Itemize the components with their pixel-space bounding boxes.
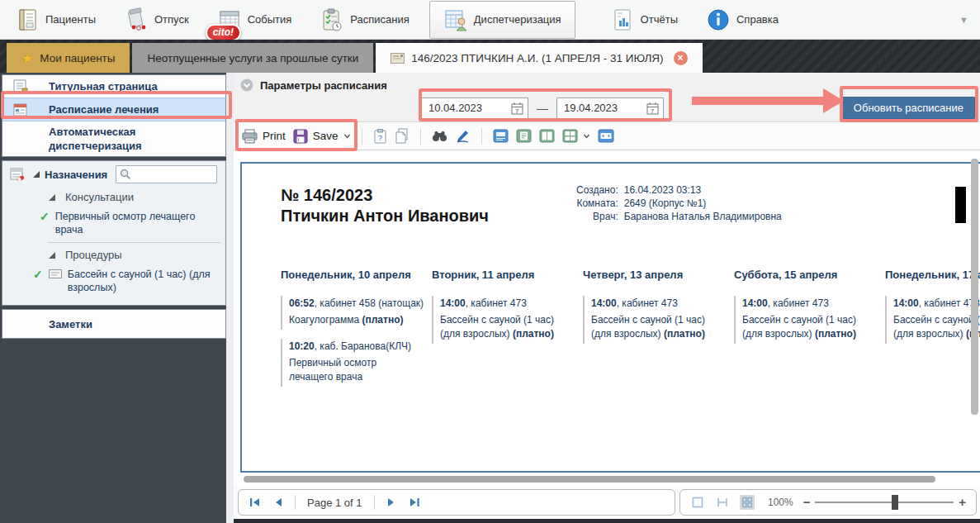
calendar-icon[interactable]: 7 [646, 102, 659, 115]
schedules-clipboard-icon [320, 7, 344, 32]
toolbar-item-schedules[interactable]: Расписания [311, 3, 417, 36]
view-two-pages-button[interactable] [539, 129, 555, 143]
title-page-icon [12, 79, 29, 94]
print-button[interactable]: Print [242, 129, 286, 144]
sidebar-item-title-page[interactable]: Титульная страница [2, 75, 225, 97]
next-page-icon[interactable] [386, 496, 396, 509]
view-fit-width-button[interactable] [715, 495, 730, 510]
params-header: Параметры расписания [234, 73, 980, 92]
scrollbar-thumb[interactable] [971, 159, 978, 415]
schedule-entry: 14:00, кабинет 473Бассейн с сауной (1 ча… [432, 296, 573, 344]
view-single-page-button[interactable] [516, 129, 532, 143]
schedule-entry: 10:20, каб. Баранова(КЛЧ)Первичный осмот… [281, 339, 422, 387]
parameters-button[interactable]: ? [373, 128, 387, 144]
zoom-slider-handle[interactable] [892, 495, 898, 510]
copy-page-button[interactable] [395, 128, 410, 144]
copy-pages-icon [395, 128, 410, 144]
help-info-icon [706, 7, 731, 32]
annotate-button[interactable] [455, 129, 471, 143]
zoom-in-button[interactable]: + [959, 498, 966, 506]
tab-undelivered-services[interactable]: Неотпущенные услуги за прошлые сутки [132, 43, 373, 73]
toolbar-item-help[interactable]: Справка [698, 3, 787, 36]
print-icon [242, 129, 258, 144]
prescriptions-icon [9, 167, 26, 182]
page-indicator: Page 1 of 1 [307, 497, 362, 509]
tree-item-label: Бассейн с сауной (1 час) (для взрослых) [68, 268, 217, 294]
toolbar-item-patients[interactable]: Пациенты [7, 3, 104, 36]
print-label: Print [263, 130, 286, 142]
tree-item-consultation[interactable]: ✓ Первичный осмотр лечащего врача [2, 207, 225, 242]
params-row: 7 — 7 Обновить расписание [234, 92, 980, 119]
meta-row: Врач: Баранова Наталья Владимировна [576, 210, 782, 223]
meta-row: Создано: 16.04.2023 03:13 [576, 183, 782, 197]
search-icon [120, 169, 131, 180]
day-title: Понедельник, 17 апреля [885, 269, 980, 281]
toolbar-item-reports[interactable]: Отчёты [602, 3, 686, 36]
prescriptions-header[interactable]: Назначения [2, 164, 225, 187]
view-page-width-button[interactable] [598, 129, 614, 143]
save-label: Save [313, 130, 339, 142]
expander-icon[interactable] [48, 193, 56, 202]
schedule-day-column: Понедельник, 17 апреля14:00, кабинет 473… [885, 269, 980, 396]
barcode [955, 187, 966, 223]
prescriptions-search [116, 165, 217, 183]
sidebar-item-notes[interactable]: Заметки [2, 310, 225, 338]
horizontal-scrollbar[interactable] [244, 476, 935, 483]
first-page-icon[interactable] [249, 496, 262, 509]
tab-patient-case[interactable]: 146/2023 ПТИЧКИН А.И. (1 АПРЕЛЯ - 31 ИЮЛ… [376, 43, 702, 73]
toolbar-separator [481, 128, 482, 145]
sidebar-item-auto-dispatch[interactable]: Автоматическая диспетчеризация [2, 121, 225, 156]
sidebar-item-treatment-schedule[interactable]: Расписание лечения [2, 97, 225, 121]
meta-value: 2649 (Корпус №1) [624, 197, 782, 210]
search-document-button[interactable] [432, 130, 447, 142]
expander-icon[interactable] [32, 170, 40, 178]
collapse-circle-icon[interactable] [240, 78, 253, 92]
zoom-out-button[interactable]: − [803, 498, 811, 506]
calendar-icon[interactable]: 7 [511, 102, 523, 115]
toolbar-item-label: Расписания [350, 13, 409, 26]
toolbar-item-events[interactable]: События cito! [209, 3, 301, 36]
zoom-controls: 100% − + [679, 489, 977, 516]
preview-toolbar: Print Save ? [234, 122, 980, 150]
four-pages-grid-icon [562, 129, 578, 143]
view-text-button[interactable] [493, 129, 509, 143]
sidebar-nav-panel: Титульная страница Расписание лечения Ав… [2, 74, 226, 157]
chevron-down-icon[interactable] [583, 132, 590, 140]
tab-label: Мои пациенты [40, 52, 115, 64]
tab-my-patients[interactable]: ★ Мои пациенты [7, 43, 130, 73]
toolbar-item-label: Отпуск [154, 13, 189, 26]
tree-category-consultations[interactable]: Консультации [2, 187, 225, 207]
view-whole-page-button[interactable] [690, 495, 705, 510]
tree-category-procedures[interactable]: Процедуры [2, 245, 225, 265]
previous-page-icon[interactable] [273, 496, 283, 509]
tree-separator [48, 242, 220, 243]
entry-time-location: 14:00, кабинет 473 [742, 297, 875, 311]
last-page-icon[interactable] [408, 496, 421, 509]
date-range-dash: — [537, 102, 548, 115]
prescriptions-label: Назначения [45, 169, 107, 181]
view-multi-page-button[interactable] [740, 495, 755, 510]
expander-icon[interactable] [48, 251, 56, 259]
svg-text:7: 7 [515, 107, 519, 114]
toolbar-overflow-chevron[interactable]: ▼ [959, 15, 968, 25]
scrollbar-thumb[interactable] [244, 476, 935, 483]
entry-service: Бассейн с сауной (1 час) (для взрослых) … [440, 313, 573, 341]
entry-time-location: 14:00, кабинет 473 [591, 297, 724, 311]
document-meta: Создано: 16.04.2023 03:13 Комната: 2649 … [576, 183, 782, 223]
tree-item-procedure[interactable]: ✓ Бассейн с сауной (1 час) (для взрослых… [2, 265, 225, 300]
pager-separator [374, 495, 375, 510]
update-schedule-button[interactable]: Обновить расписание [842, 97, 975, 119]
vertical-scrollbar[interactable] [971, 159, 978, 479]
zoom-slider-track[interactable] [815, 502, 954, 503]
tab-close-icon[interactable]: × [674, 51, 688, 65]
toolbar-item-label: Диспетчеризация [474, 13, 561, 26]
status-bar: Page 1 of 1 100% − + [234, 486, 980, 519]
save-button[interactable]: Save [293, 129, 351, 144]
view-grid-button[interactable] [562, 129, 590, 143]
toolbar-item-label: Справка [736, 13, 779, 26]
chevron-down-icon[interactable] [343, 132, 351, 140]
dispatch-icon [443, 7, 468, 32]
entry-service: Бассейн с сауной (1 час) (для взрослых) … [893, 313, 980, 341]
toolbar-item-dispense[interactable]: Отпуск cito! [116, 3, 197, 36]
toolbar-item-dispatch[interactable]: Диспетчеризация [429, 1, 575, 39]
